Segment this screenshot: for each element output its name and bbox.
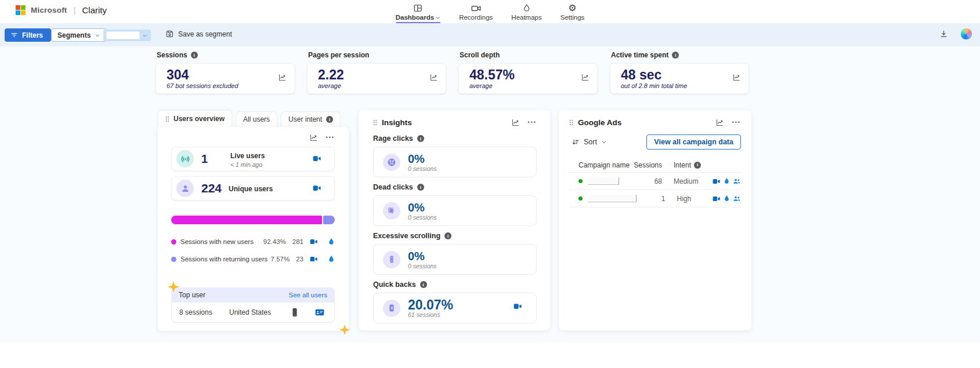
segments-button[interactable]: Segments [51, 28, 107, 42]
quick-backs-value: 20.07% [408, 298, 453, 311]
metric-value: 48 sec [621, 67, 740, 82]
dashboards-icon [413, 3, 423, 13]
sparkle-icon [339, 324, 350, 336]
quick-backs-icon [383, 300, 400, 317]
metric-card: 2.22 average [307, 63, 446, 94]
column-sessions[interactable]: Sessions [632, 161, 662, 169]
dead-clicks-icon [383, 202, 400, 220]
tab-all-users[interactable]: All users [236, 111, 277, 127]
info-icon[interactable]: i [444, 232, 451, 239]
campaign-row[interactable]: 1 High [569, 190, 741, 207]
microsoft-logo-icon [16, 5, 26, 15]
nav-settings[interactable]: ⚙ Settings [558, 2, 587, 24]
campaign-sessions: 68 [632, 177, 662, 185]
video-icon[interactable] [313, 155, 321, 162]
audience-icon[interactable] [733, 195, 741, 202]
date-range-value [106, 31, 140, 39]
more-options-icon[interactable]: ••• [732, 119, 741, 125]
heatmap-droplet-icon[interactable] [724, 177, 730, 185]
audience-icon[interactable] [733, 178, 741, 185]
video-icon[interactable] [513, 303, 522, 310]
recordings-icon [471, 3, 482, 13]
nav-heatmaps[interactable]: Heatmaps [509, 2, 544, 24]
excessive-scrolling-card[interactable]: 0% 0 sessions [373, 244, 537, 275]
trend-chart-icon[interactable] [511, 118, 520, 127]
video-icon[interactable] [713, 178, 721, 185]
heatmap-droplet-icon[interactable] [724, 195, 730, 202]
trend-chart-icon[interactable] [278, 73, 287, 82]
heatmap-droplet-icon[interactable] [328, 238, 335, 246]
see-all-users-link[interactable]: See all users [289, 292, 327, 298]
top-bar: Microsoft | Clarity Dashboards [0, 0, 980, 23]
nav-dashboards[interactable]: Dashboards [393, 2, 443, 24]
trend-chart-icon[interactable] [581, 73, 590, 82]
info-icon[interactable]: i [672, 52, 679, 59]
video-icon[interactable] [310, 256, 318, 263]
video-icon[interactable] [310, 238, 318, 245]
insights-title: Insights [382, 118, 412, 127]
live-users-label: Live users [230, 152, 265, 160]
heatmap-droplet-icon[interactable] [328, 255, 335, 263]
campaign-intent: Medium [662, 177, 705, 185]
metric-subtitle: 67 bot sessions excluded [167, 82, 286, 89]
trend-chart-icon[interactable] [429, 73, 438, 82]
rage-clicks-card[interactable]: 0% 0 sessions [373, 147, 537, 177]
metric-label: Pages per session [308, 51, 446, 59]
video-icon[interactable] [313, 184, 321, 192]
info-icon[interactable]: i [417, 184, 424, 191]
brand-divider: | [74, 5, 76, 15]
top-user-header: Top user See all users [171, 287, 335, 303]
sort-button[interactable]: Sort [569, 137, 609, 147]
info-icon[interactable]: i [420, 281, 427, 288]
column-campaign-name[interactable]: Campaign name [569, 161, 632, 169]
top-user-title: Top user [179, 291, 205, 299]
metric-pages-per-session: Pages per session 2.22 average [307, 51, 446, 94]
metric-value: 2.22 [318, 67, 437, 82]
date-range-dropdown[interactable] [103, 30, 151, 41]
more-options-icon[interactable]: ••• [326, 134, 335, 140]
rage-clicks-sessions: 0 sessions [408, 165, 437, 172]
campaign-table-header: Campaign name Sessions Intent i [569, 158, 741, 173]
info-icon[interactable]: i [326, 116, 333, 123]
excessive-scrolling-label: Excessive scrolling i [373, 232, 537, 240]
filters-button[interactable]: Filters [5, 28, 51, 42]
trend-chart-icon[interactable] [715, 118, 724, 127]
view-all-campaign-data-button[interactable]: View all campaign data [646, 134, 741, 150]
users-overview-card: Users overview All users User intent i •… [158, 110, 349, 331]
masked-campaign-name [588, 177, 619, 185]
tab-user-intent[interactable]: User intent i [281, 111, 341, 127]
drag-handle-icon[interactable] [373, 119, 377, 126]
dead-clicks-card[interactable]: 0% 0 sessions [373, 195, 537, 226]
trend-chart-icon[interactable] [309, 133, 318, 142]
nav-dashboards-label: Dashboards [396, 14, 440, 21]
returning-users-count: 23 [296, 256, 303, 263]
top-user-sessions: 8 sessions [179, 308, 229, 316]
rage-clicks-label: Rage clicks i [373, 134, 537, 143]
active-status-dot [578, 179, 583, 183]
tab-users-overview[interactable]: Users overview [158, 110, 232, 127]
download-icon[interactable] [939, 30, 948, 38]
info-icon[interactable]: i [417, 135, 424, 142]
clarity-dashboard: Microsoft | Clarity Dashboards [0, 0, 980, 368]
metric-subtitle: out of 2.8 min total time [621, 82, 740, 89]
sort-icon [572, 138, 580, 146]
quick-backs-card[interactable]: 20.07% 61 sessions [373, 293, 537, 323]
copilot-icon[interactable] [961, 28, 972, 39]
trend-chart-icon[interactable] [732, 73, 741, 82]
info-icon[interactable]: i [191, 52, 198, 59]
video-icon[interactable] [713, 195, 721, 202]
drag-handle-icon[interactable] [569, 119, 573, 126]
metric-sessions: Sessions i 304 67 bot sessions excluded [156, 51, 295, 94]
column-intent[interactable]: Intent i [662, 161, 705, 169]
top-user-section: Top user See all users 8 sessions United… [171, 287, 335, 323]
google-ads-title: Google Ads [578, 118, 621, 127]
info-icon[interactable]: i [694, 162, 701, 169]
campaign-row[interactable]: 68 Medium [569, 173, 741, 190]
user-profile-card-icon[interactable] [315, 309, 324, 316]
mobile-device-icon [292, 308, 298, 317]
nav-recordings[interactable]: Recordings [457, 2, 495, 24]
more-options-icon[interactable]: ••• [528, 119, 537, 125]
rage-clicks-value: 0% [408, 152, 437, 165]
save-as-segment-button[interactable]: Save as segment [165, 30, 232, 38]
drag-handle-icon[interactable] [165, 116, 169, 122]
